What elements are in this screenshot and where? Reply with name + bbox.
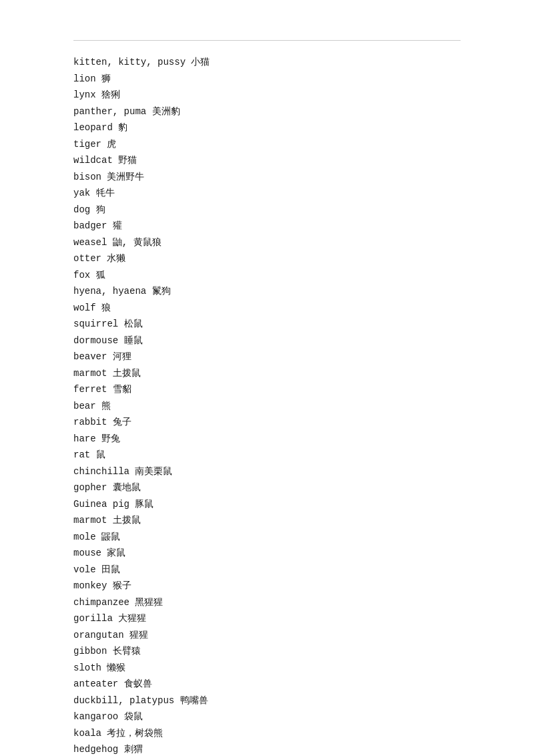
list-item: kitten, kitty, pussy 小猫 — [73, 54, 461, 71]
list-item: ferret 雪貂 — [73, 381, 461, 398]
list-item: orangutan 猩猩 — [73, 627, 461, 644]
list-item: otter 水獭 — [73, 250, 461, 267]
list-item: leopard 豹 — [73, 120, 461, 136]
list-item: dog 狗 — [73, 202, 461, 218]
list-item: bison 美洲野牛 — [73, 169, 461, 186]
list-item: anteater 食蚁兽 — [73, 676, 461, 693]
list-item: rabbit 兔子 — [73, 414, 461, 431]
list-item: mole 鼹鼠 — [73, 529, 461, 546]
list-item: wildcat 野猫 — [73, 152, 461, 169]
list-item: kangaroo 袋鼠 — [73, 709, 461, 725]
content-list: kitten, kitty, pussy 小猫lion 狮lynx 猞猁pant… — [73, 54, 461, 756]
list-item: hedgehog 刺猬 — [73, 741, 461, 756]
list-item: fox 狐 — [73, 267, 461, 284]
list-item: monkey 猴子 — [73, 578, 461, 594]
list-item: tiger 虎 — [73, 136, 461, 153]
list-item: gorilla 大猩猩 — [73, 610, 461, 627]
list-item: hyena, hyaena 鬣狗 — [73, 283, 461, 300]
list-item: vole 田鼠 — [73, 562, 461, 578]
list-item: lynx 猞猁 — [73, 87, 461, 104]
list-item: gopher 囊地鼠 — [73, 480, 461, 496]
list-item: weasel 鼬, 黄鼠狼 — [73, 234, 461, 251]
page-container: kitten, kitty, pussy 小猫lion 狮lynx 猞猁pant… — [0, 0, 534, 756]
list-item: wolf 狼 — [73, 300, 461, 317]
list-item: squirrel 松鼠 — [73, 316, 461, 333]
list-item: lion 狮 — [73, 71, 461, 87]
list-item: marmot 土拨鼠 — [73, 512, 461, 529]
list-item: gibbon 长臂猿 — [73, 643, 461, 660]
list-item: panther, puma 美洲豹 — [73, 104, 461, 120]
list-item: sloth 懒猴 — [73, 660, 461, 677]
list-item: chimpanzee 黑猩猩 — [73, 594, 461, 611]
list-item: duckbill, platypus 鸭嘴兽 — [73, 693, 461, 709]
list-item: hare 野兔 — [73, 431, 461, 447]
list-item: beaver 河狸 — [73, 349, 461, 365]
list-item: badger 獾 — [73, 218, 461, 234]
list-item: Guinea pig 豚鼠 — [73, 496, 461, 513]
top-divider — [73, 40, 461, 41]
list-item: rat 鼠 — [73, 447, 461, 463]
list-item: dormouse 睡鼠 — [73, 333, 461, 349]
list-item: bear 熊 — [73, 398, 461, 415]
list-item: yak 牦牛 — [73, 185, 461, 202]
list-item: chinchilla 南美栗鼠 — [73, 463, 461, 480]
list-item: koala 考拉，树袋熊 — [73, 725, 461, 742]
list-item: mouse 家鼠 — [73, 545, 461, 562]
list-item: marmot 土拨鼠 — [73, 365, 461, 382]
